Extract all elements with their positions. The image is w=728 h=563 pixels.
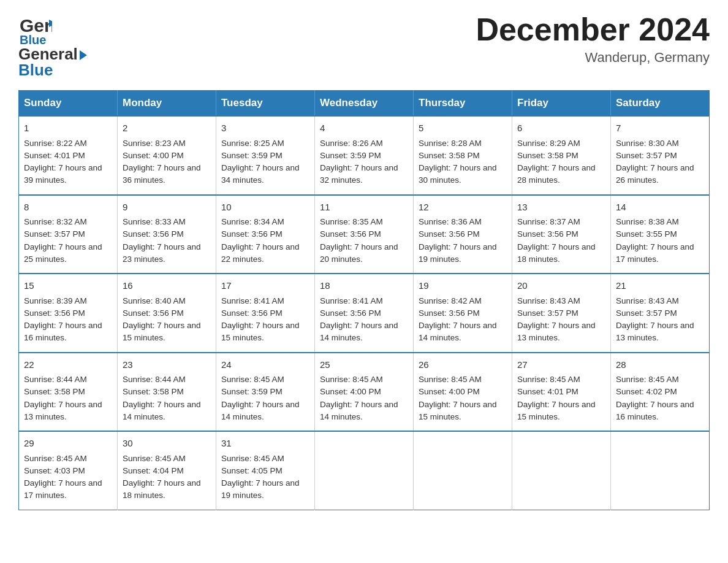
day-number: 27 [517, 358, 605, 372]
daylight-label: Daylight: 7 hours and 32 minutes. [320, 163, 398, 185]
sunset-label: Sunset: 3:57 PM [616, 308, 677, 318]
calendar-cell: 26Sunrise: 8:45 AMSunset: 4:00 PMDayligh… [414, 353, 512, 432]
daylight-label: Daylight: 7 hours and 17 minutes. [616, 242, 694, 264]
header-thursday: Thursday [414, 91, 512, 117]
sunrise-label: Sunrise: 8:34 AM [221, 217, 284, 226]
sunset-label: Sunset: 3:56 PM [419, 308, 480, 318]
header-saturday: Saturday [611, 91, 710, 117]
header-sunday: Sunday [19, 91, 118, 117]
calendar-cell: 16Sunrise: 8:40 AMSunset: 3:56 PMDayligh… [118, 274, 216, 353]
calendar-cell: 31Sunrise: 8:45 AMSunset: 4:05 PMDayligh… [216, 431, 315, 510]
calendar-cell: 3Sunrise: 8:25 AMSunset: 3:59 PMDaylight… [216, 116, 315, 195]
daylight-label: Daylight: 7 hours and 14 minutes. [320, 400, 398, 421]
daylight-label: Daylight: 7 hours and 19 minutes. [419, 242, 497, 264]
calendar-cell: 13Sunrise: 8:37 AMSunset: 3:56 PMDayligh… [512, 195, 611, 274]
title-block: December 2024 Wanderup, Germany [476, 12, 710, 66]
sunrise-label: Sunrise: 8:41 AM [320, 296, 383, 305]
header-friday: Friday [512, 91, 611, 117]
daylight-label: Daylight: 7 hours and 15 minutes. [419, 400, 497, 421]
calendar-cell: 15Sunrise: 8:39 AMSunset: 3:56 PMDayligh… [19, 274, 118, 353]
calendar-cell: 30Sunrise: 8:45 AMSunset: 4:04 PMDayligh… [118, 431, 216, 510]
sunrise-label: Sunrise: 8:32 AM [24, 217, 87, 226]
sunset-label: Sunset: 3:56 PM [320, 229, 381, 239]
sunrise-label: Sunrise: 8:26 AM [320, 139, 383, 148]
daylight-label: Daylight: 7 hours and 15 minutes. [221, 321, 300, 342]
daylight-label: Daylight: 7 hours and 25 minutes. [24, 242, 102, 264]
day-number: 31 [221, 437, 309, 451]
sunrise-label: Sunrise: 8:35 AM [320, 217, 383, 226]
sunrise-label: Sunrise: 8:45 AM [616, 375, 679, 384]
day-number: 25 [320, 358, 408, 372]
day-number: 4 [320, 121, 408, 136]
sunrise-label: Sunrise: 8:45 AM [320, 375, 383, 384]
day-number: 11 [320, 201, 408, 215]
calendar-cell: 21Sunrise: 8:43 AMSunset: 3:57 PMDayligh… [611, 274, 710, 353]
calendar-cell: 14Sunrise: 8:38 AMSunset: 3:55 PMDayligh… [611, 195, 710, 274]
calendar-table: SundayMondayTuesdayWednesdayThursdayFrid… [18, 90, 710, 510]
calendar-cell: 18Sunrise: 8:41 AMSunset: 3:56 PMDayligh… [315, 274, 414, 353]
day-number: 29 [24, 437, 112, 451]
calendar-cell: 20Sunrise: 8:43 AMSunset: 3:57 PMDayligh… [512, 274, 611, 353]
daylight-label: Daylight: 7 hours and 19 minutes. [221, 478, 300, 500]
day-number: 24 [221, 358, 309, 372]
month-title: December 2024 [476, 12, 710, 47]
day-number: 5 [419, 121, 507, 136]
daylight-label: Daylight: 7 hours and 14 minutes. [221, 400, 300, 421]
location: Wanderup, Germany [476, 50, 710, 66]
week-row-1: 1Sunrise: 8:22 AMSunset: 4:01 PMDaylight… [19, 116, 710, 195]
day-number: 28 [616, 358, 704, 372]
calendar-cell: 11Sunrise: 8:35 AMSunset: 3:56 PMDayligh… [315, 195, 414, 274]
sunrise-label: Sunrise: 8:43 AM [517, 296, 580, 305]
day-number: 21 [616, 279, 704, 293]
sunrise-label: Sunrise: 8:28 AM [419, 139, 482, 148]
daylight-label: Daylight: 7 hours and 15 minutes. [517, 400, 596, 421]
sunrise-label: Sunrise: 8:37 AM [517, 217, 580, 226]
sunset-label: Sunset: 3:57 PM [517, 308, 578, 318]
calendar-cell [611, 431, 710, 510]
daylight-label: Daylight: 7 hours and 13 minutes. [616, 321, 694, 342]
sunrise-label: Sunrise: 8:45 AM [419, 375, 482, 384]
calendar-cell: 2Sunrise: 8:23 AMSunset: 4:00 PMDaylight… [118, 116, 216, 195]
day-number: 10 [221, 201, 309, 215]
daylight-label: Daylight: 7 hours and 14 minutes. [320, 321, 398, 342]
calendar-cell: 4Sunrise: 8:26 AMSunset: 3:59 PMDaylight… [315, 116, 414, 195]
week-row-5: 29Sunrise: 8:45 AMSunset: 4:03 PMDayligh… [19, 431, 710, 510]
sunset-label: Sunset: 3:58 PM [24, 387, 85, 396]
calendar-cell [414, 431, 512, 510]
sunset-label: Sunset: 4:03 PM [24, 466, 85, 475]
sunset-label: Sunset: 3:56 PM [221, 308, 282, 318]
daylight-label: Daylight: 7 hours and 17 minutes. [24, 478, 102, 500]
daylight-label: Daylight: 7 hours and 30 minutes. [419, 163, 497, 185]
calendar-cell: 1Sunrise: 8:22 AMSunset: 4:01 PMDaylight… [19, 116, 118, 195]
sunset-label: Sunset: 3:57 PM [616, 151, 677, 160]
sunset-label: Sunset: 3:56 PM [221, 229, 282, 239]
sunrise-label: Sunrise: 8:41 AM [221, 296, 284, 305]
daylight-label: Daylight: 7 hours and 22 minutes. [221, 242, 300, 264]
calendar-cell: 25Sunrise: 8:45 AMSunset: 4:00 PMDayligh… [315, 353, 414, 432]
day-number: 2 [123, 121, 211, 136]
sunrise-label: Sunrise: 8:44 AM [123, 375, 186, 384]
week-row-4: 22Sunrise: 8:44 AMSunset: 3:58 PMDayligh… [19, 353, 710, 432]
week-row-3: 15Sunrise: 8:39 AMSunset: 3:56 PMDayligh… [19, 274, 710, 353]
sunrise-label: Sunrise: 8:45 AM [123, 454, 186, 463]
daylight-label: Daylight: 7 hours and 13 minutes. [517, 321, 596, 342]
daylight-label: Daylight: 7 hours and 16 minutes. [616, 400, 694, 421]
sunset-label: Sunset: 3:56 PM [24, 308, 85, 318]
sunrise-label: Sunrise: 8:29 AM [517, 139, 580, 148]
day-number: 22 [24, 358, 112, 372]
sunrise-label: Sunrise: 8:25 AM [221, 139, 284, 148]
calendar-cell [512, 431, 611, 510]
sunset-label: Sunset: 3:58 PM [419, 151, 480, 160]
sunset-label: Sunset: 3:56 PM [419, 229, 480, 239]
logo-icon: General Blue [18, 12, 52, 46]
daylight-label: Daylight: 7 hours and 23 minutes. [123, 242, 201, 264]
sunset-label: Sunset: 3:56 PM [123, 229, 184, 239]
day-number: 30 [123, 437, 211, 451]
calendar-cell: 19Sunrise: 8:42 AMSunset: 3:56 PMDayligh… [414, 274, 512, 353]
day-number: 13 [517, 201, 605, 215]
calendar-cell: 17Sunrise: 8:41 AMSunset: 3:56 PMDayligh… [216, 274, 315, 353]
sunrise-label: Sunrise: 8:45 AM [221, 454, 284, 463]
calendar-cell: 9Sunrise: 8:33 AMSunset: 3:56 PMDaylight… [118, 195, 216, 274]
day-number: 16 [123, 279, 211, 293]
sunrise-label: Sunrise: 8:22 AM [24, 139, 87, 148]
